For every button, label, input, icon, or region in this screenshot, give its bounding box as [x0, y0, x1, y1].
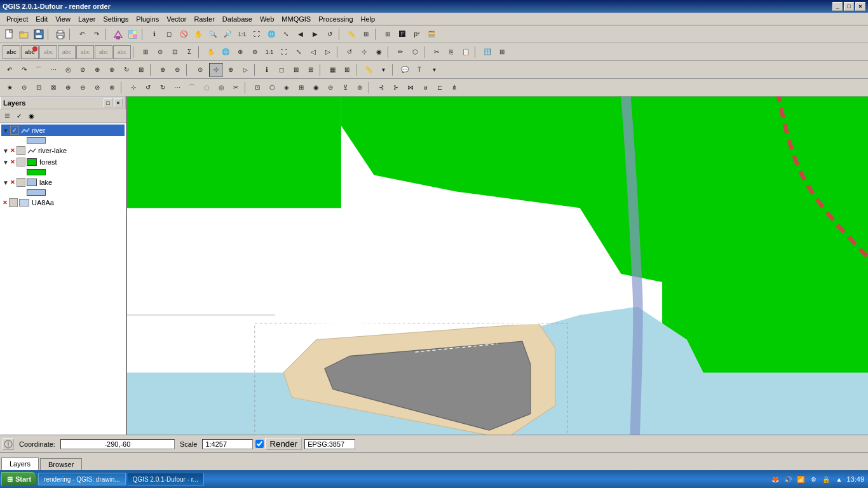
- zoom-out-btn[interactable]: 🔎: [220, 27, 234, 41]
- spatialquery-btn[interactable]: ⊡: [168, 45, 182, 59]
- layer-checkbox-ua8aa[interactable]: [9, 198, 18, 207]
- start-button[interactable]: ⊞ Start: [1, 472, 37, 486]
- tool5-btn[interactable]: ◉: [309, 81, 323, 95]
- tray-expand-icon[interactable]: ▲: [834, 474, 844, 484]
- deselect-btn[interactable]: 🚫: [177, 27, 191, 41]
- attr-table-btn[interactable]: 🔢: [480, 45, 494, 59]
- tool2-btn[interactable]: ⬡: [265, 81, 279, 95]
- copy-btn[interactable]: ⎘: [444, 45, 458, 59]
- zoom-cursor-btn[interactable]: ⊕: [224, 63, 238, 77]
- menu-vector[interactable]: Vector: [163, 14, 190, 24]
- zoomsel-btn[interactable]: ⤡: [292, 45, 306, 59]
- label-btn6[interactable]: abc: [95, 45, 112, 59]
- layer-item-forest[interactable]: ▼ ✕ forest: [1, 156, 125, 168]
- extra6-btn[interactable]: ◌: [200, 81, 214, 95]
- layers-add-btn[interactable]: ☰: [1, 111, 13, 122]
- taskbar-item-qgis-main[interactable]: QGIS 2.0.1-Dufour - r...: [127, 473, 204, 485]
- cursor-btn[interactable]: ⊹: [209, 63, 223, 77]
- split-btn[interactable]: ⊕: [90, 63, 104, 77]
- zoom-layer-btn[interactable]: ⛶: [250, 27, 264, 41]
- statssummary-btn[interactable]: Σ: [182, 45, 196, 59]
- fav8-btn[interactable]: ⊗: [105, 81, 119, 95]
- reshape-btn[interactable]: ⊘: [76, 63, 90, 77]
- select-btn[interactable]: ◻: [162, 27, 176, 41]
- menu-raster[interactable]: Raster: [190, 14, 218, 24]
- undo-btn[interactable]: ↶: [75, 27, 89, 41]
- epsg-value[interactable]: EPSG:3857: [304, 439, 355, 449]
- field-calc-btn[interactable]: ⊞: [495, 45, 509, 59]
- add-vector-layer-btn[interactable]: [111, 27, 125, 41]
- render-button[interactable]: Render: [265, 438, 302, 450]
- layer-item-river-lake[interactable]: ▼ ✕ river-lake: [1, 145, 125, 156]
- measure-btn[interactable]: 📏: [344, 27, 358, 41]
- opentable-btn[interactable]: ▦: [325, 63, 339, 77]
- menu-settings[interactable]: Settings: [99, 14, 132, 24]
- fav7-btn[interactable]: ⊘: [90, 81, 104, 95]
- menu-web[interactable]: Web: [256, 14, 278, 24]
- menu-database[interactable]: Database: [219, 14, 256, 24]
- merge-btn[interactable]: ⊗: [105, 63, 119, 77]
- special5-btn[interactable]: ⊏: [433, 81, 447, 95]
- fav5-btn[interactable]: ⊕: [61, 81, 75, 95]
- globe-btn[interactable]: 🌐: [219, 45, 233, 59]
- measure-toggle-btn[interactable]: ▾: [376, 63, 390, 77]
- move-btn[interactable]: ▷: [238, 63, 252, 77]
- zoom-in-btn[interactable]: 🔍: [206, 27, 220, 41]
- tool3-btn[interactable]: ◈: [280, 81, 294, 95]
- refresh-btn[interactable]: ↺: [323, 27, 337, 41]
- fav6-btn[interactable]: ⊖: [76, 81, 90, 95]
- fav1-btn[interactable]: ★: [3, 81, 17, 95]
- zoom1-btn[interactable]: 1:1: [262, 45, 276, 59]
- minimize-button[interactable]: _: [832, 2, 843, 11]
- refresh2-btn[interactable]: ↺: [342, 45, 356, 59]
- fav2-btn[interactable]: ⊙: [17, 81, 31, 95]
- special4-btn[interactable]: ⊎: [418, 81, 432, 95]
- menu-mmqgis[interactable]: MMQGIS: [278, 14, 315, 24]
- tool4-btn[interactable]: ⊞: [294, 81, 308, 95]
- layers-panel-close[interactable]: ×: [114, 98, 123, 107]
- redo-btn[interactable]: ↷: [90, 27, 104, 41]
- digitize-btn[interactable]: ⬡: [408, 45, 422, 59]
- layers-panel-minimize[interactable]: □: [104, 98, 112, 107]
- pan-map-btn[interactable]: ✋: [191, 27, 205, 41]
- zoomfwd-btn[interactable]: ▷: [321, 45, 335, 59]
- special1-btn[interactable]: ⊰: [374, 81, 388, 95]
- menu-processing[interactable]: Processing: [315, 14, 356, 24]
- trace-btn[interactable]: ⋯: [46, 63, 60, 77]
- layer-checkbox-river-lake[interactable]: [17, 146, 25, 155]
- tab-layers[interactable]: Layers: [1, 458, 39, 470]
- measure2-btn[interactable]: 📏: [362, 63, 376, 77]
- spatialsel-btn[interactable]: ⊠: [289, 63, 303, 77]
- menu-edit[interactable]: Edit: [32, 14, 51, 24]
- layers-toggle-btn[interactable]: ✓: [13, 111, 25, 122]
- layer-checkbox-river[interactable]: ✓: [10, 126, 19, 135]
- zoom-selection-btn[interactable]: ⤡: [279, 27, 293, 41]
- extra4-btn[interactable]: ⋯: [170, 81, 184, 95]
- zoom-actual-btn[interactable]: 1:1: [235, 27, 249, 41]
- measure-area-btn[interactable]: ⊞: [359, 27, 373, 41]
- redo2-btn[interactable]: ↷: [17, 63, 31, 77]
- label-btn2[interactable]: abc: [21, 45, 39, 59]
- label-btn3[interactable]: abc: [39, 45, 57, 59]
- menu-layer[interactable]: Layer: [74, 14, 100, 24]
- stats-btn[interactable]: p²: [410, 27, 424, 41]
- undo2-btn[interactable]: ↶: [3, 63, 17, 77]
- nav-btn[interactable]: ⊹: [357, 45, 371, 59]
- ring-btn[interactable]: ◎: [61, 63, 75, 77]
- paste-btn[interactable]: 📋: [459, 45, 473, 59]
- layer-item-river[interactable]: ▼ ✓ river: [1, 125, 125, 136]
- fav3-btn[interactable]: ⊡: [32, 81, 46, 95]
- special2-btn[interactable]: ⊱: [389, 81, 403, 95]
- zoomin2-btn[interactable]: ⊕: [233, 45, 247, 59]
- save-project-btn[interactable]: [32, 27, 46, 41]
- curve-btn[interactable]: ⌒: [32, 63, 46, 77]
- tool6-btn[interactable]: ⊝: [323, 81, 337, 95]
- addpt-btn[interactable]: ⊕: [156, 63, 170, 77]
- byexpression-btn[interactable]: ⊞: [304, 63, 318, 77]
- layer-item-lake[interactable]: ▼ ✕ lake: [1, 177, 125, 188]
- map-canvas[interactable]: [127, 97, 868, 435]
- titlebar-controls[interactable]: _ □ ×: [832, 2, 865, 11]
- annotation-btn[interactable]: 🅿: [395, 27, 409, 41]
- layer-item-ua8aa[interactable]: ✕ UA8Aa: [1, 197, 125, 208]
- tab-browser[interactable]: Browser: [40, 458, 82, 470]
